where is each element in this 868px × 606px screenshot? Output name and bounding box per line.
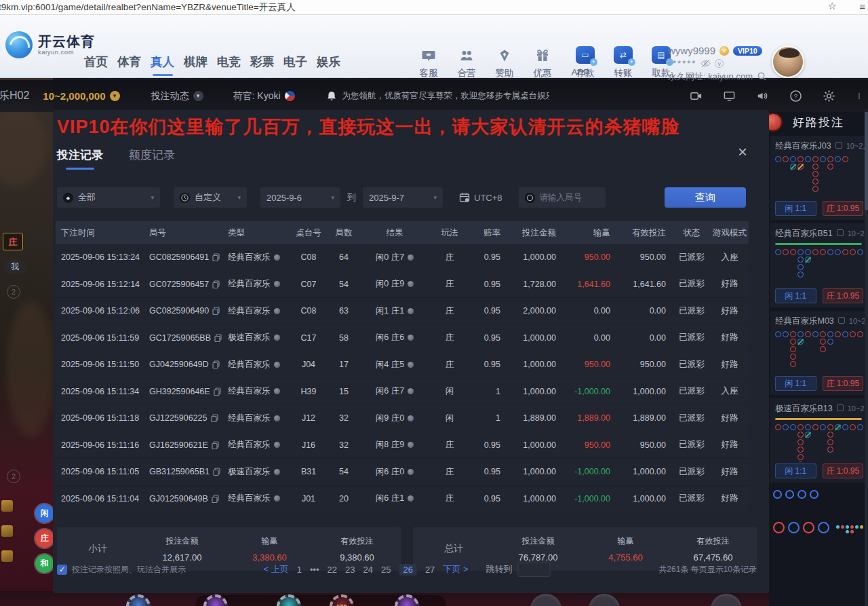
merge-display-toggle[interactable]: ✓ 投注记录按照局、玩法合并展示 xyxy=(57,564,186,575)
info-dot-icon[interactable] xyxy=(408,442,414,448)
info-dot-icon[interactable] xyxy=(408,362,414,368)
checkbox-checked-icon[interactable]: ✓ xyxy=(57,565,67,575)
settings-gear-icon[interactable] xyxy=(823,90,835,102)
copy-icon[interactable] xyxy=(212,307,220,315)
info-dot-icon[interactable] xyxy=(274,254,280,261)
quick-action-客服[interactable]: 客服 xyxy=(414,48,443,79)
refresh-balance-icon[interactable]: v xyxy=(715,59,724,68)
copy-icon[interactable] xyxy=(212,280,220,288)
bet-chip[interactable] xyxy=(126,594,151,606)
video-quality-icon[interactable] xyxy=(690,90,703,102)
scrollbar[interactable] xyxy=(865,109,868,606)
announcement-bell-icon xyxy=(326,91,337,102)
copy-icon[interactable] xyxy=(211,414,218,422)
nav-item-首页[interactable]: 首页 xyxy=(84,54,108,76)
page-22[interactable]: 22 xyxy=(328,565,337,575)
quick-action-合营[interactable]: 合营 xyxy=(452,48,481,79)
nav-item-彩票[interactable]: 彩票 xyxy=(250,54,274,76)
info-dot-icon[interactable] xyxy=(274,442,280,448)
rebet-knob[interactable] xyxy=(530,594,561,606)
browser-menu-icon[interactable]: ≡ xyxy=(859,1,865,12)
round-number-input[interactable]: 请输入局号 xyxy=(519,187,606,208)
tab-投注记录[interactable]: 投注记录 xyxy=(57,147,103,170)
info-dot-icon[interactable] xyxy=(274,495,280,501)
info-dot-icon[interactable] xyxy=(274,388,280,394)
page-1[interactable]: 1 xyxy=(297,565,302,575)
copy-icon[interactable] xyxy=(213,468,220,476)
game-type-select[interactable]: ♠ 全部 ▾ xyxy=(57,187,160,208)
copy-icon[interactable] xyxy=(212,495,219,503)
copy-icon[interactable] xyxy=(212,253,220,261)
search-icon[interactable] xyxy=(757,71,767,81)
nav-item-棋牌[interactable]: 棋牌 xyxy=(184,54,208,76)
quick-action-赞助[interactable]: 赞助 xyxy=(490,48,519,79)
copy-icon[interactable] xyxy=(214,387,221,396)
side-chip-和[interactable]: 和 xyxy=(35,554,53,573)
info-dot-icon[interactable] xyxy=(274,415,280,421)
eye-off-icon[interactable] xyxy=(701,58,711,69)
info-dot-icon[interactable] xyxy=(408,254,414,261)
date-from-select[interactable]: 2025-9-6 ▾ xyxy=(260,187,340,208)
bookmark-star-icon[interactable]: ☆ xyxy=(828,0,837,12)
quick-action-优惠[interactable]: 优惠 xyxy=(528,48,557,79)
side-chip-庄[interactable]: 庄 xyxy=(35,529,53,548)
nav-item-电竞[interactable]: 电竞 xyxy=(217,54,241,76)
cell-result: 闲4 庄5 xyxy=(361,359,429,371)
wallet-action-存款[interactable]: ▭存款 xyxy=(571,46,599,79)
player-bet-button[interactable]: 闲 1:1 xyxy=(775,201,816,216)
side-chip-闲[interactable]: 闲 xyxy=(35,504,53,523)
help-icon[interactable]: ? xyxy=(789,90,802,102)
nav-item-娱乐[interactable]: 娱乐 xyxy=(317,54,340,76)
tab-额度记录[interactable]: 额度记录 xyxy=(129,147,175,170)
limit-dropdown[interactable]: 10~2,000,000 ▾ xyxy=(43,90,119,102)
page-24[interactable]: 24 xyxy=(363,565,372,575)
info-dot-icon[interactable] xyxy=(408,415,414,421)
page-25[interactable]: 25 xyxy=(381,565,391,575)
player-bet-button[interactable]: 闲 1:1 xyxy=(775,288,816,303)
close-icon[interactable]: × xyxy=(738,144,747,160)
more-options-icon[interactable] xyxy=(856,90,863,102)
count-badge-2: 2 xyxy=(7,470,20,483)
banker-bet-button[interactable]: 庄 1:0.95 xyxy=(823,288,864,303)
copy-icon[interactable] xyxy=(212,441,219,449)
info-dot-icon[interactable] xyxy=(408,308,414,314)
bet-trend-dropdown[interactable]: 投注动态 ▾ xyxy=(151,90,203,102)
player-bet-button[interactable]: 闲 1:1 xyxy=(775,463,816,478)
prev-page-button[interactable]: < 上页 xyxy=(263,563,288,575)
banker-bet-button[interactable]: 庄 1:0.95 xyxy=(823,463,864,478)
wallet-action-转账[interactable]: ⇄转账 xyxy=(609,46,637,79)
info-dot-icon[interactable] xyxy=(408,388,414,394)
copy-icon[interactable] xyxy=(214,334,222,342)
avatar[interactable] xyxy=(772,45,804,78)
info-dot-icon[interactable] xyxy=(408,281,414,287)
page-23[interactable]: 23 xyxy=(345,565,355,575)
fullscreen-icon[interactable] xyxy=(723,90,736,102)
jump-input[interactable] xyxy=(518,563,551,577)
nav-item-体育[interactable]: 体育 xyxy=(117,54,141,76)
date-to-select[interactable]: 2025-9-7 ▾ xyxy=(363,187,443,208)
site-logo[interactable]: 开云体育 kaiyun.com xyxy=(5,31,95,58)
undo-knob[interactable] xyxy=(589,594,620,606)
info-dot-icon[interactable] xyxy=(408,335,414,341)
info-dot-icon[interactable] xyxy=(274,308,280,314)
info-dot-icon[interactable] xyxy=(274,362,280,368)
next-page-button[interactable]: 下页 > xyxy=(443,563,468,575)
copy-icon[interactable] xyxy=(212,360,220,368)
browser-address-bar[interactable]: t9km.vip:6001/game/detail/realbet?enName… xyxy=(0,0,868,15)
query-button[interactable]: 查询 xyxy=(665,187,746,208)
confirm-knob[interactable] xyxy=(711,594,742,606)
banker-bet-button[interactable]: 庄 1:0.95 xyxy=(823,201,864,216)
info-dot-icon[interactable] xyxy=(274,281,280,287)
speaker-icon[interactable] xyxy=(756,90,769,102)
time-mode-select[interactable]: 自定义 ▾ xyxy=(174,187,247,208)
page-27[interactable]: 27 xyxy=(425,565,435,575)
info-dot-icon[interactable] xyxy=(274,469,280,475)
info-dot-icon[interactable] xyxy=(274,335,280,341)
info-dot-icon[interactable] xyxy=(408,495,414,501)
info-dot-icon[interactable] xyxy=(408,469,414,475)
player-bet-button[interactable]: 闲 1:1 xyxy=(775,376,816,391)
nav-item-电子[interactable]: 电子 xyxy=(283,54,307,76)
nav-item-真人[interactable]: 真人 xyxy=(151,54,174,76)
page-26[interactable]: 26 xyxy=(399,564,416,575)
banker-bet-button[interactable]: 庄 1:0.95 xyxy=(823,376,864,391)
